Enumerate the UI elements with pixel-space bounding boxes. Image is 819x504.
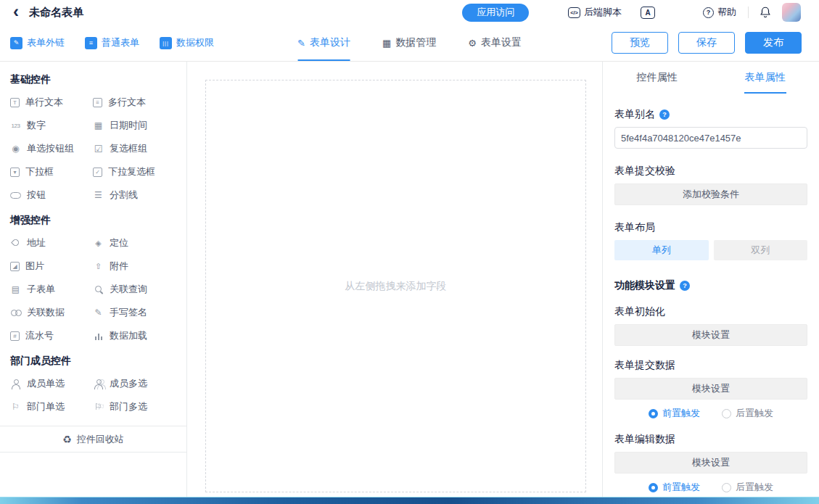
checkbox-group-icon: ☑ <box>93 144 104 154</box>
palette-item-dept-multi[interactable]: ⚐ 部门多选 <box>93 395 186 418</box>
module-submit-trigger-radios: 前置触发 后置触发 <box>614 407 807 420</box>
palette-item-checkbox-group[interactable]: ☑ 复选框组 <box>93 137 186 160</box>
backend-script-label: 后端脚本 <box>584 6 622 19</box>
tab-form-properties[interactable]: 表单属性 <box>711 62 819 94</box>
submit-post-trigger-radio[interactable]: 后置触发 <box>722 407 773 420</box>
module-section-edit: 表单编辑数据 模块设置 前置触发 后置触发 <box>614 433 807 494</box>
submit-validation-label: 表单提交校验 <box>614 165 807 178</box>
properties-body: 表单别名 ? 表单提交校验 添加校验条件 表单布局 单列 双列 功能模块设置 ?… <box>603 94 819 494</box>
related-data-icon <box>10 307 21 318</box>
tab-form-design[interactable]: ✎ 表单设计 <box>297 25 350 61</box>
palette-item-signature[interactable]: ✎ 手写签名 <box>93 301 186 324</box>
module-section-submit: 表单提交数据 模块设置 前置触发 后置触发 <box>614 359 807 420</box>
location-icon: ◈ <box>93 238 104 249</box>
module-init-settings-button[interactable]: 模块设置 <box>614 324 807 346</box>
windows-taskbar[interactable] <box>0 497 819 504</box>
palette-item-image[interactable]: ◢ 图片 <box>10 255 93 278</box>
alias-help-icon[interactable]: ? <box>659 110 670 120</box>
palette-item-radio-group[interactable]: ◉ 单选按钮组 <box>10 137 93 160</box>
normal-form-icon: ≡ <box>85 37 97 49</box>
palette-item-single-line-text[interactable]: T 单行文本 <box>10 91 93 114</box>
module-edit-settings-button[interactable]: 模块设置 <box>614 452 807 474</box>
help-label: 帮助 <box>717 6 736 19</box>
mode-form-external-link[interactable]: ✎ 表单外链 <box>10 36 65 49</box>
notification-bell-icon[interactable] <box>759 6 772 19</box>
edit-post-trigger-radio[interactable]: 后置触发 <box>722 481 773 494</box>
select-icon: ▾ <box>10 168 20 177</box>
image-icon: ◢ <box>10 262 20 271</box>
tab-control-properties[interactable]: 控件属性 <box>603 62 711 94</box>
palette-item-number[interactable]: 123 数字 <box>10 114 93 137</box>
language-icon[interactable]: A <box>641 7 655 19</box>
mode-data-permission[interactable]: ||| 数据权限 <box>160 36 214 49</box>
form-mode-switcher: ✎ 表单外链 ≡ 普通表单 ||| 数据权限 <box>0 36 214 49</box>
submit-pre-trigger-radio[interactable]: 前置触发 <box>649 407 700 420</box>
module-edit-trigger-radios: 前置触发 后置触发 <box>614 481 807 494</box>
layout-double-column-button[interactable]: 双列 <box>714 240 808 260</box>
toolbar-actions: 预览 保存 发布 <box>612 32 819 54</box>
multi-line-text-icon: ≡ <box>93 98 102 107</box>
button-icon <box>10 192 21 199</box>
form-alias-input[interactable] <box>614 127 807 149</box>
data-management-icon: ▦ <box>382 38 391 49</box>
header-divider <box>748 7 749 18</box>
backend-script-button[interactable]: </> 后端脚本 <box>568 6 622 19</box>
layout-single-column-button[interactable]: 单列 <box>614 240 709 260</box>
user-avatar[interactable] <box>782 3 801 22</box>
palette-item-multi-select[interactable]: ✓ 下拉复选框 <box>93 160 186 183</box>
palette-item-attachment[interactable]: ⇧ 附件 <box>93 255 186 278</box>
edit-pre-trigger-radio[interactable]: 前置触发 <box>649 481 700 494</box>
dept-multi-icon: ⚐ <box>93 402 104 413</box>
add-validation-button[interactable]: 添加校验条件 <box>614 183 807 205</box>
palette-item-datetime[interactable]: ▦ 日期时间 <box>93 114 186 137</box>
layout-segment: 单列 双列 <box>614 240 807 260</box>
related-query-icon <box>93 284 104 295</box>
modules-title-row: 功能模块设置 ? <box>614 279 807 292</box>
form-canvas-dropzone[interactable]: 从左侧拖拽来添加字段 <box>205 80 586 492</box>
palette-item-member-single[interactable]: 成员单选 <box>10 372 93 395</box>
form-alias-label-row: 表单别名 ? <box>614 108 807 121</box>
mode-normal-form[interactable]: ≡ 普通表单 <box>85 36 139 49</box>
app-access-button[interactable]: 应用访问 <box>462 4 529 22</box>
palette-item-data-load[interactable]: 数据加载 <box>93 324 186 347</box>
palette-item-related-query[interactable]: 关联查询 <box>93 278 186 301</box>
question-icon: ? <box>703 7 714 18</box>
form-design-icon: ✎ <box>297 38 305 49</box>
modules-help-icon[interactable]: ? <box>680 281 690 291</box>
palette-item-subform[interactable]: ▤ 子表单 <box>10 278 93 301</box>
palette-item-dept-single[interactable]: ⚐ 部门单选 <box>10 395 93 418</box>
form-canvas: 从左侧拖拽来添加字段 <box>187 62 602 497</box>
member-single-icon <box>10 379 21 389</box>
tab-form-settings[interactable]: ⚙ 表单设置 <box>468 25 522 61</box>
back-button[interactable]: ‹ <box>13 3 19 20</box>
module-section-init: 表单初始化 模块设置 <box>614 305 807 346</box>
palette-item-select[interactable]: ▾ 下拉框 <box>10 160 93 183</box>
save-button[interactable]: 保存 <box>678 32 735 54</box>
data-permission-icon: ||| <box>160 37 172 49</box>
canvas-placeholder: 从左侧拖拽来添加字段 <box>345 280 447 293</box>
palette-item-multi-line-text[interactable]: ≡ 多行文本 <box>93 91 186 114</box>
radio-unselected-icon <box>722 409 731 418</box>
palette-item-button[interactable]: 按钮 <box>10 183 93 207</box>
palette-item-divider[interactable]: ☰ 分割线 <box>93 183 186 207</box>
palette-item-serial-number[interactable]: # 流水号 <box>10 324 93 347</box>
recycle-bin-button[interactable]: ♻ 控件回收站 <box>0 426 186 453</box>
top-header: ‹ 未命名表单 应用访问 </> 后端脚本 A ? 帮助 <box>0 0 819 25</box>
palette-section-title-enhanced: 增强控件 <box>0 207 186 231</box>
tab-data-management[interactable]: ▦ 数据管理 <box>382 25 436 61</box>
publish-button[interactable]: 发布 <box>745 32 802 54</box>
palette-item-location[interactable]: ◈ 定位 <box>93 231 186 255</box>
preview-button[interactable]: 预览 <box>612 32 668 54</box>
module-edit-label: 表单编辑数据 <box>614 433 807 446</box>
serial-number-icon: # <box>10 331 20 341</box>
palette-item-related-data[interactable]: 关联数据 <box>10 301 93 324</box>
palette-item-member-multi[interactable]: 成员多选 <box>93 372 186 395</box>
module-submit-settings-button[interactable]: 模块设置 <box>614 378 807 400</box>
form-alias-label: 表单别名 <box>614 108 655 121</box>
help-button[interactable]: ? 帮助 <box>703 6 736 19</box>
palette-section-title-basic: 基础控件 <box>0 66 186 91</box>
properties-panel: 控件属性 表单属性 表单别名 ? 表单提交校验 添加校验条件 表单布局 单列 双… <box>602 62 819 497</box>
palette-item-address[interactable]: 地址 <box>10 231 93 255</box>
control-palette: 基础控件 T 单行文本 ≡ 多行文本 123 数字 ▦ 日期时间 ◉ 单选按钮组 <box>0 62 187 497</box>
divider-icon: ☰ <box>93 190 104 201</box>
